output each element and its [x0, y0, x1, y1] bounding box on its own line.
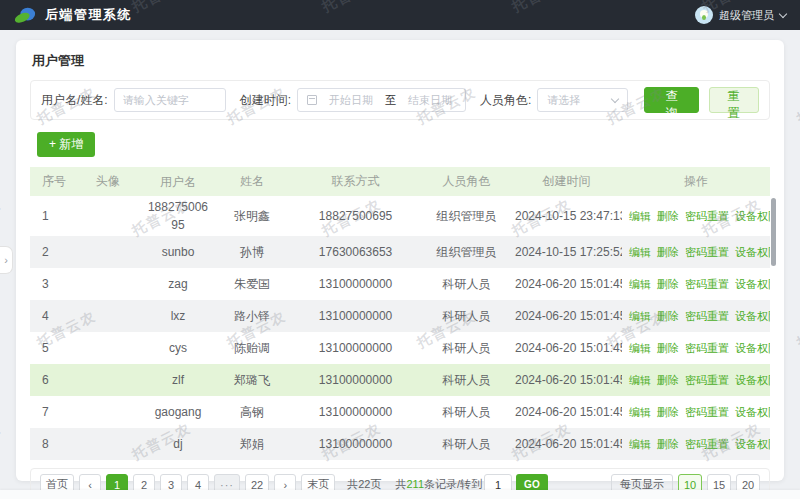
cell-no: 7 [30, 403, 74, 421]
action-link[interactable]: 删除 [657, 310, 679, 322]
action-link[interactable]: 编辑 [629, 406, 651, 418]
action-link[interactable]: 编辑 [629, 374, 651, 386]
cell-name: 张明鑫 [215, 206, 289, 227]
cell-role: 科研人员 [422, 338, 511, 359]
cell-contact: 18827500695 [289, 207, 422, 225]
column-header: 姓名 [215, 171, 289, 192]
action-link[interactable]: 密码重置 [685, 246, 729, 258]
cell-contact: 13100000000 [289, 275, 422, 293]
action-link[interactable]: 编辑 [629, 278, 651, 290]
action-link[interactable]: 编辑 [629, 310, 651, 322]
action-link[interactable]: 编辑 [629, 246, 651, 258]
search-button[interactable]: 查询 [644, 87, 698, 113]
cell-no: 5 [30, 339, 74, 357]
table-row[interactable]: 4lxz路小铎13100000000科研人员2024-06-20 15:01:4… [30, 300, 770, 332]
action-link[interactable]: 密码重置 [685, 278, 729, 290]
cell-role: 科研人员 [422, 306, 511, 327]
column-header: 用户名 [141, 171, 215, 193]
action-link[interactable]: 密码重置 [685, 374, 729, 386]
cell-role: 科研人员 [422, 402, 511, 423]
action-link[interactable]: 删除 [657, 374, 679, 386]
action-link[interactable]: 设备权限 [735, 210, 770, 222]
cell-avatar [74, 282, 141, 286]
action-link[interactable]: 密码重置 [685, 210, 729, 222]
cell-created: 2024-06-20 15:01:45 [511, 307, 622, 325]
watermark-text: 托普云农 [794, 83, 800, 128]
action-link[interactable]: 删除 [657, 438, 679, 450]
keyword-label: 用户名/姓名: [41, 92, 108, 109]
table-scrollbar[interactable] [771, 198, 776, 266]
date-range-picker[interactable]: 开始日期 至 结束日期 [297, 88, 466, 112]
date-end-placeholder[interactable]: 结束日期 [404, 93, 456, 108]
action-link[interactable]: 设备权限 [735, 278, 770, 290]
footer-strip [0, 490, 800, 499]
action-link[interactable]: 删除 [657, 210, 679, 222]
user-menu[interactable]: 超级管理员 [695, 6, 786, 24]
table-row[interactable]: 7gaogang高钢13100000000科研人员2024-06-20 15:0… [30, 396, 770, 428]
table-row[interactable]: 3zag朱爱国13100000000科研人员2024-06-20 15:01:4… [30, 268, 770, 300]
action-link[interactable]: 设备权限 [735, 246, 770, 258]
action-link[interactable]: 密码重置 [685, 438, 729, 450]
action-link[interactable]: 设备权限 [735, 438, 770, 450]
action-link[interactable]: 编辑 [629, 210, 651, 222]
action-link[interactable]: 密码重置 [685, 310, 729, 322]
cell-name: 郑娟 [215, 434, 289, 455]
cell-role: 组织管理员 [422, 206, 511, 227]
cell-contact: 17630063653 [289, 243, 422, 261]
action-link[interactable]: 删除 [657, 246, 679, 258]
column-header: 序号 [30, 171, 74, 192]
table-row[interactable]: 2sunbo孙博17630063653组织管理员2024-10-15 17:25… [30, 236, 770, 268]
table-row[interactable]: 8dj郑娟13100000000科研人员2024-06-20 15:01:45编… [30, 428, 770, 460]
cell-avatar [74, 346, 141, 350]
cell-contact: 13100000000 [289, 371, 422, 389]
cell-contact: 13100000000 [289, 403, 422, 421]
chevron-down-icon [779, 9, 787, 17]
cell-avatar [74, 250, 141, 254]
action-link[interactable]: 设备权限 [735, 406, 770, 418]
table-row[interactable]: 6zlf郑璐飞13100000000科研人员2024-06-20 15:01:4… [30, 364, 770, 396]
row-actions: 编辑删除密码重置设备权限 [622, 339, 770, 358]
cell-username: zag [141, 273, 215, 295]
filter-bar: 用户名/姓名: 创建时间: 开始日期 至 结束日期 人员角色: 请选择 查询 重… [30, 80, 770, 120]
avatar[interactable] [695, 6, 713, 24]
date-label: 创建时间: [240, 92, 291, 109]
cell-avatar [74, 214, 141, 218]
row-actions: 编辑删除密码重置设备权限 [622, 435, 770, 454]
action-link[interactable]: 编辑 [629, 438, 651, 450]
action-link[interactable]: 删除 [657, 406, 679, 418]
table-row[interactable]: 5cys陈贻调13100000000科研人员2024-06-20 15:01:4… [30, 332, 770, 364]
table-body: 118827500695张明鑫18827500695组织管理员2024-10-1… [30, 196, 770, 460]
keyword-input[interactable] [114, 88, 226, 112]
cell-no: 6 [30, 371, 74, 389]
cell-avatar [74, 410, 141, 414]
cell-role: 科研人员 [422, 274, 511, 295]
action-link[interactable]: 密码重置 [685, 406, 729, 418]
sidebar-expand-handle[interactable]: › [0, 246, 13, 274]
cell-name: 孙博 [215, 242, 289, 263]
action-link[interactable]: 设备权限 [735, 374, 770, 386]
user-table: 序号头像用户名姓名联系方式人员角色创建时间操作 118827500695张明鑫1… [30, 167, 770, 460]
date-start-placeholder[interactable]: 开始日期 [325, 93, 377, 108]
cell-name: 朱爱国 [215, 274, 289, 295]
action-link[interactable]: 删除 [657, 278, 679, 290]
table-row[interactable]: 118827500695张明鑫18827500695组织管理员2024-10-1… [30, 196, 770, 236]
topbar: 后端管理系统 超级管理员 [0, 0, 800, 30]
action-link[interactable]: 编辑 [629, 342, 651, 354]
watermark-text: 托普云农 [794, 307, 800, 352]
cell-username: sunbo [141, 241, 215, 263]
cell-username: gaogang [141, 401, 215, 423]
action-link[interactable]: 删除 [657, 342, 679, 354]
reset-button[interactable]: 重置 [709, 87, 759, 113]
action-link[interactable]: 设备权限 [735, 342, 770, 354]
action-link[interactable]: 密码重置 [685, 342, 729, 354]
add-user-button[interactable]: + 新增 [37, 132, 95, 157]
watermark-text: 托普云农 [0, 419, 5, 464]
action-link[interactable]: 设备权限 [735, 310, 770, 322]
cell-role: 科研人员 [422, 434, 511, 455]
cell-created: 2024-10-15 23:47:13 [511, 207, 622, 225]
role-select[interactable]: 请选择 [537, 88, 628, 112]
cell-created: 2024-10-15 17:25:52 [511, 243, 622, 261]
cell-username: 18827500695 [141, 196, 215, 236]
cell-contact: 13100000000 [289, 307, 422, 325]
cell-username: dj [141, 433, 215, 455]
